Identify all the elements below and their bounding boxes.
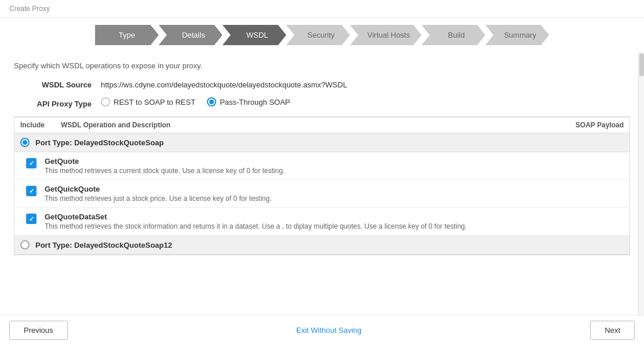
- radio-pass-through[interactable]: Pass-Through SOAP: [207, 97, 290, 107]
- col-include-header: Include: [20, 121, 61, 129]
- step-virtual-hosts-label: Virtual Hosts: [350, 25, 421, 45]
- op-get-quote-desc: This method retrieves a current stock qu…: [45, 167, 285, 175]
- op-get-quote-name: GetQuote: [45, 157, 285, 166]
- radio-pass-through-indicator: [207, 97, 216, 107]
- exit-link[interactable]: Exit Without Saving: [296, 326, 362, 335]
- table-header: Include WSDL Operation and Description S…: [14, 117, 630, 133]
- op-get-quote-dataset-desc: This method retrieves the stock informat…: [45, 222, 467, 230]
- step-type[interactable]: Type: [95, 25, 159, 45]
- wsdl-source-value: https://ws.cdyne.com/delayedstockquote/d…: [101, 80, 347, 89]
- port-type-1-row[interactable]: Port Type: DelayedStockQuoteSoap: [14, 133, 630, 152]
- port-type-1-label: Port Type: DelayedStockQuoteSoap: [35, 138, 164, 147]
- col-payload-header: SOAP Payload: [554, 121, 624, 129]
- step-virtual-hosts[interactable]: Virtual Hosts: [350, 25, 421, 45]
- footer: Previous Exit Without Saving Next: [0, 315, 644, 345]
- port-type-1-radio[interactable]: [20, 138, 30, 147]
- step-security[interactable]: Security: [286, 25, 350, 45]
- step-summary[interactable]: Summary: [485, 25, 549, 45]
- op-get-quote-dataset-checkbox[interactable]: [26, 214, 37, 224]
- op-get-quote-checkbox[interactable]: [26, 158, 37, 168]
- radio-rest-to-soap-indicator: [101, 97, 110, 107]
- scrollbar-thumb[interactable]: [639, 53, 644, 76]
- radio-rest-to-soap-label: REST to SOAP to REST: [114, 98, 195, 107]
- op-get-quick-quote-checkbox[interactable]: [26, 186, 37, 196]
- previous-button[interactable]: Previous: [9, 321, 68, 340]
- port-type-2-label: Port Type: DelayedStockQuoteSoap12: [35, 241, 172, 249]
- content-area: Specify which WSDL operations to expose …: [0, 52, 644, 265]
- op-get-quote-dataset-info: GetQuoteDataSet This method retrieves th…: [45, 212, 467, 230]
- page-title: Create Proxy: [9, 5, 50, 13]
- op-get-quick-quote-info: GetQuickQuote This method retrieves just…: [45, 185, 272, 203]
- api-proxy-type-label: API Proxy Type: [14, 100, 101, 108]
- wizard-steps: Type Details WSDL Security Virtual Hosts…: [0, 18, 644, 52]
- operation-get-quick-quote: GetQuickQuote This method retrieves just…: [14, 180, 630, 208]
- next-button[interactable]: Next: [590, 321, 635, 340]
- radio-rest-to-soap[interactable]: REST to SOAP to REST: [101, 97, 195, 107]
- step-details[interactable]: Details: [159, 25, 223, 45]
- radio-group: REST to SOAP to REST Pass-Through SOAP: [101, 97, 290, 107]
- step-wsdl[interactable]: WSDL: [223, 25, 286, 45]
- op-get-quick-quote-name: GetQuickQuote: [45, 185, 272, 193]
- step-build[interactable]: Build: [421, 25, 485, 45]
- operation-get-quote-dataset: GetQuoteDataSet This method retrieves th…: [14, 208, 630, 236]
- main-content: Specify which WSDL operations to expose …: [0, 52, 644, 330]
- port-type-2-row[interactable]: Port Type: DelayedStockQuoteSoap12: [14, 236, 630, 255]
- operation-get-quote: GetQuote This method retrieves a current…: [14, 152, 630, 180]
- op-get-quick-quote-desc: This method retrieves just a stock price…: [45, 194, 272, 203]
- subtitle: Specify which WSDL operations to expose …: [14, 61, 630, 70]
- step-type-label: Type: [95, 25, 159, 45]
- api-proxy-type-row: API Proxy Type REST to SOAP to REST Pass…: [14, 97, 630, 108]
- operations-table: Include WSDL Operation and Description S…: [14, 116, 630, 255]
- wsdl-source-label: WSDL Source: [14, 80, 101, 89]
- scrollbar[interactable]: [638, 52, 644, 330]
- col-operation-header: WSDL Operation and Description: [61, 121, 554, 129]
- step-details-label: Details: [159, 25, 223, 45]
- op-get-quote-info: GetQuote This method retrieves a current…: [45, 157, 285, 175]
- step-wsdl-label: WSDL: [223, 25, 286, 45]
- step-build-label: Build: [421, 25, 485, 45]
- step-summary-label: Summary: [485, 25, 549, 45]
- wsdl-source-row: WSDL Source https://ws.cdyne.com/delayed…: [14, 80, 630, 89]
- radio-pass-through-label: Pass-Through SOAP: [220, 98, 290, 107]
- step-security-label: Security: [286, 25, 350, 45]
- op-get-quote-dataset-name: GetQuoteDataSet: [45, 212, 467, 221]
- port-type-2-radio[interactable]: [20, 240, 30, 249]
- top-bar: Create Proxy: [0, 0, 644, 18]
